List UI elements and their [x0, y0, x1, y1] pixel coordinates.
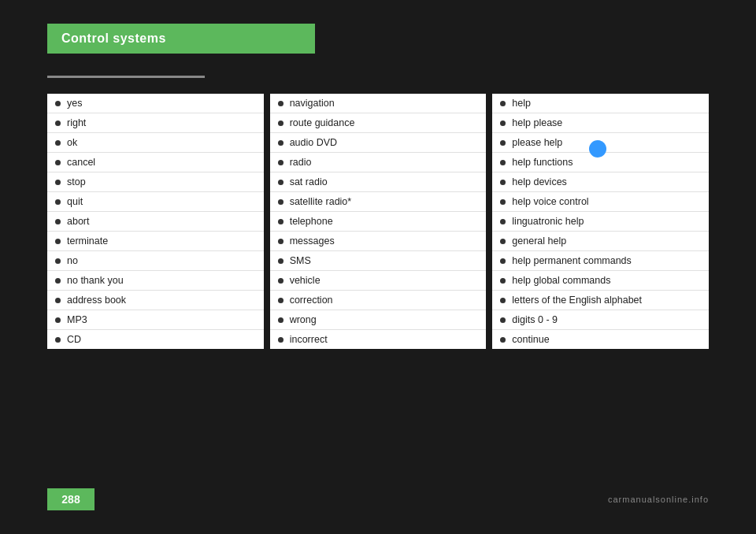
list-item-label: radio [290, 157, 312, 168]
list-item: audio DVD [270, 133, 487, 153]
underline-bar [47, 76, 205, 78]
bullet-icon [500, 101, 506, 106]
list-item: help please [492, 113, 709, 133]
list-item-label: route guidance [290, 117, 355, 128]
list-item-label: digits 0 - 9 [512, 314, 558, 325]
list-item-label: terminate [67, 235, 108, 247]
list-item: ok [47, 133, 264, 153]
list-item: radio [270, 153, 487, 172]
list-item: route guidance [270, 113, 487, 133]
bullet-icon [500, 160, 506, 165]
bullet-icon [278, 239, 284, 244]
list-item-label: stop [67, 176, 86, 187]
bullet-icon [55, 317, 61, 323]
bullet-icon [500, 278, 506, 284]
list-item: help global commands [492, 271, 709, 291]
list-item-label: help permanent commands [512, 255, 631, 266]
list-item-label: CD [67, 334, 81, 345]
bullet-icon [55, 239, 61, 244]
list-item-label: quit [67, 196, 83, 207]
list-item: terminate [47, 232, 264, 251]
list-item-label: help global commands [512, 275, 610, 286]
list-item: help permanent commands [492, 251, 709, 271]
bullet-icon [500, 337, 506, 343]
list-item: vehicle [270, 271, 487, 291]
list-item: SMS [270, 251, 487, 271]
bullet-icon [278, 160, 284, 165]
list-item-label: ok [67, 137, 77, 148]
list-item: help devices [492, 172, 709, 192]
list-item: digits 0 - 9 [492, 310, 709, 330]
bullet-icon [278, 298, 284, 303]
bullet-icon [278, 278, 284, 284]
list-item-label: incorrect [290, 334, 328, 345]
list-item-label: please help [512, 137, 562, 148]
list-item: CD [47, 330, 264, 349]
page: Control systems yesrightokcancelstopquit… [47, 24, 709, 510]
list-item-label: continue [512, 334, 549, 345]
list-item-label: linguatronic help [512, 216, 584, 227]
bullet-icon [500, 298, 506, 303]
list-item-label: wrong [290, 314, 317, 325]
list-item-label: help functions [512, 157, 573, 168]
bullet-icon [500, 121, 506, 126]
page-number: 288 [47, 488, 94, 510]
bullet-icon [55, 278, 61, 284]
list-item: linguatronic help [492, 212, 709, 232]
list-item: cancel [47, 153, 264, 172]
list-item-label: abort [67, 216, 90, 227]
page-title: Control systems [61, 32, 166, 45]
list-item-label: navigation [290, 98, 335, 109]
list-item: address book [47, 291, 264, 310]
bullet-icon [278, 180, 284, 185]
list-item-label: messages [290, 235, 335, 247]
list-item-label: vehicle [290, 275, 321, 286]
list-item: incorrect [270, 330, 487, 349]
list-item-label: right [67, 117, 86, 128]
bullet-icon [55, 258, 61, 264]
bullet-icon [500, 219, 506, 224]
column-3: helphelp pleaseplease helphelp functions… [492, 94, 709, 349]
bullet-icon [55, 101, 61, 106]
list-item-label: correction [290, 295, 333, 306]
list-item: stop [47, 172, 264, 192]
list-item: wrong [270, 310, 487, 330]
content-area: yesrightokcancelstopquitabortterminateno… [47, 94, 709, 349]
bullet-icon [278, 199, 284, 205]
list-item-label: cancel [67, 157, 95, 168]
bullet-icon [500, 239, 506, 244]
list-item-label: no [67, 255, 78, 266]
bullet-icon [55, 160, 61, 165]
list-item: abort [47, 212, 264, 232]
bullet-icon [500, 140, 506, 146]
watermark: carmanualsonline.info [608, 495, 709, 504]
list-item: help [492, 94, 709, 113]
list-item: general help [492, 232, 709, 251]
bullet-icon [500, 199, 506, 205]
list-item: messages [270, 232, 487, 251]
list-item: correction [270, 291, 487, 310]
list-item: telephone [270, 212, 487, 232]
bullet-icon [500, 317, 506, 323]
bullet-icon [278, 258, 284, 264]
list-item: satellite radio* [270, 192, 487, 212]
bullet-icon [278, 121, 284, 126]
bullet-icon [55, 180, 61, 185]
header-banner: Control systems [47, 24, 315, 54]
list-item-label: SMS [290, 255, 311, 266]
list-item-label: address book [67, 295, 126, 306]
list-item-label: telephone [290, 216, 333, 227]
blue-dot-indicator [589, 140, 606, 158]
bullet-icon [278, 101, 284, 106]
list-item: no thank you [47, 271, 264, 291]
list-item: no [47, 251, 264, 271]
list-item-label: general help [512, 235, 566, 247]
list-item: letters of the English alphabet [492, 291, 709, 310]
list-item-label: help devices [512, 176, 567, 187]
list-item: right [47, 113, 264, 133]
list-item-label: no thank you [67, 275, 124, 286]
bullet-icon [55, 337, 61, 343]
list-item-label: satellite radio* [290, 196, 352, 207]
bullet-icon [55, 219, 61, 224]
list-item-label: help please [512, 117, 562, 128]
